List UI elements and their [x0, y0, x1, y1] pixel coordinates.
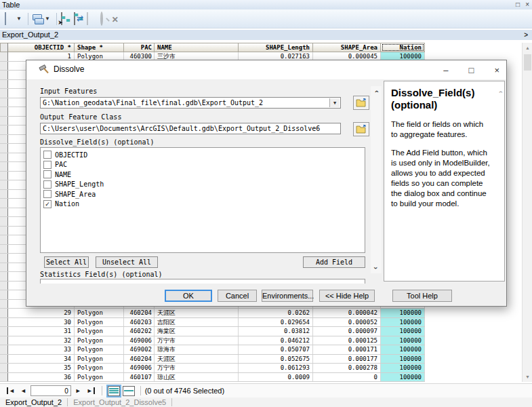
form-scroll-up-icon[interactable]: › — [371, 86, 382, 97]
field-checkbox-item[interactable]: NAME — [43, 170, 365, 180]
related-tables-icon[interactable] — [32, 13, 43, 24]
select-all-button[interactable]: Select All — [44, 256, 89, 268]
cell-shape[interactable]: Polygon — [75, 373, 124, 382]
table-options-icon[interactable] — [3, 13, 15, 24]
hide-help-button[interactable]: << Hide Help — [319, 290, 375, 302]
tab-export-output-2[interactable]: Export_Output_2 — [0, 398, 67, 407]
row-selector[interactable] — [0, 52, 8, 61]
column-header[interactable]: OBJECTID * — [8, 43, 75, 52]
row-selector[interactable] — [0, 227, 8, 235]
cell-nation[interactable]: 100000 — [381, 327, 425, 336]
corner-header-cell[interactable] — [0, 43, 8, 52]
cell-name[interactable]: 琼山区 — [155, 373, 239, 382]
cell-objectid[interactable]: 34 — [8, 355, 75, 364]
cell-shape[interactable]: Polygon — [75, 309, 124, 317]
row-selector[interactable] — [0, 190, 8, 199]
ok-button[interactable]: OK — [165, 290, 212, 302]
row-selector[interactable] — [0, 235, 8, 244]
cell-name[interactable]: 天涯区 — [155, 309, 239, 317]
row-selector[interactable] — [0, 282, 8, 290]
cancel-button[interactable]: Cancel — [218, 290, 257, 302]
scroll-down-icon[interactable]: ▼ — [523, 372, 532, 382]
cell-nation[interactable]: 100000 — [381, 355, 425, 364]
row-selector[interactable] — [0, 208, 8, 217]
row-selector[interactable] — [0, 336, 8, 345]
column-header-selected[interactable]: Nation — [381, 43, 425, 52]
close-window-icon[interactable]: × — [525, 0, 529, 9]
cell-pac[interactable]: 460204 — [124, 309, 155, 317]
row-selector[interactable] — [0, 355, 8, 364]
move-first-button[interactable]: ◄ — [7, 387, 15, 394]
unselect-all-button[interactable]: Unselect All — [96, 256, 158, 268]
row-selector[interactable] — [0, 217, 8, 226]
cell-shape-area[interactable]: 0.000052 — [313, 318, 381, 327]
show-selected-records-button[interactable] — [123, 386, 135, 396]
cell-shape-area[interactable]: 0.000097 — [313, 327, 381, 336]
cell-shape-length[interactable]: 0.052675 — [239, 355, 313, 364]
input-features-combobox[interactable]: G:\Nation_geodata\Final_file\final.gdb\E… — [40, 97, 341, 109]
minimize-icon[interactable]: – — [443, 65, 448, 75]
cell-pac[interactable]: 460202 — [124, 327, 155, 336]
cell-shape-length[interactable]: 0.061293 — [239, 364, 313, 372]
cell-shape-length[interactable]: 0.050707 — [239, 345, 313, 354]
statistics-fields-input[interactable] — [40, 279, 365, 284]
output-feature-class-input[interactable]: C:\Users\user\Documents\ArcGIS\Default.g… — [40, 123, 341, 134]
row-selector[interactable] — [0, 373, 8, 382]
row-selector[interactable] — [0, 162, 8, 171]
cell-name[interactable]: 琼海市 — [155, 345, 239, 354]
cell-nation[interactable]: 100000 — [381, 364, 425, 372]
row-selector[interactable] — [0, 71, 8, 79]
row-selector[interactable] — [0, 144, 8, 153]
cell-objectid[interactable]: 30 — [8, 318, 75, 327]
table-vertical-scrollbar[interactable]: ▲ ▼ — [522, 43, 532, 382]
add-field-button[interactable]: Add Field — [303, 256, 365, 268]
column-header[interactable]: SHAPE_Area — [313, 43, 381, 52]
row-selector[interactable] — [0, 172, 8, 180]
record-number-input[interactable] — [30, 385, 71, 396]
cell-objectid[interactable]: 33 — [8, 345, 75, 354]
cell-nation[interactable]: 100000 — [381, 318, 425, 327]
cell-shape-area[interactable]: 0.000171 — [313, 345, 381, 354]
cell-shape-length[interactable]: 0.03812 — [239, 327, 313, 336]
cell-name[interactable]: 万宁市 — [155, 336, 239, 345]
cell-objectid[interactable]: 36 — [8, 373, 75, 382]
column-header[interactable]: PAC — [124, 43, 155, 52]
cell-shape[interactable]: Polygon — [75, 318, 124, 327]
cell-shape-area[interactable]: 0 — [313, 373, 381, 382]
tool-help-button[interactable]: Tool Help — [392, 290, 452, 302]
row-selector[interactable] — [0, 62, 8, 71]
cell-shape[interactable]: Polygon — [75, 364, 124, 372]
column-header[interactable]: NAME — [155, 43, 239, 52]
cell-name[interactable]: 天涯区 — [155, 355, 239, 364]
cell-shape-length[interactable]: 0.0009 — [239, 373, 313, 382]
cell-objectid[interactable]: 29 — [8, 309, 75, 317]
cell-objectid[interactable]: 35 — [8, 364, 75, 372]
row-selector[interactable] — [0, 199, 8, 208]
select-by-attributes-icon[interactable]: ➤ — [60, 13, 72, 24]
column-header[interactable]: Shape * — [75, 43, 124, 52]
row-selector[interactable] — [0, 272, 8, 281]
environments-button[interactable]: Environments... — [262, 290, 313, 302]
cell-pac[interactable]: 469006 — [124, 336, 155, 345]
row-selector[interactable] — [0, 89, 8, 98]
row-selector[interactable] — [0, 254, 8, 263]
checkbox-icon[interactable]: ✓ — [43, 200, 52, 208]
form-scroll-down-icon[interactable]: › — [371, 263, 382, 273]
cell-shape-area[interactable]: 0.000125 — [313, 336, 381, 345]
row-selector[interactable] — [0, 318, 8, 327]
move-last-button[interactable]: ► — [87, 387, 95, 394]
help-scroll-up-icon[interactable]: › — [497, 91, 504, 93]
row-selector[interactable] — [0, 135, 8, 144]
browse-output-button[interactable] — [353, 122, 369, 136]
related-tables-dropdown-icon[interactable]: ▼ — [45, 16, 50, 22]
row-selector[interactable] — [0, 80, 8, 89]
field-checkbox-item[interactable]: SHAPE_Area — [43, 189, 365, 199]
switch-selection-icon[interactable]: ⇄ — [73, 13, 85, 24]
field-checkbox-item[interactable]: SHAPE_Length — [43, 180, 365, 190]
cell-shape[interactable]: Polygon — [75, 345, 124, 354]
field-checkbox-item[interactable]: ✓ Nation — [43, 199, 365, 210]
row-selector[interactable] — [0, 345, 8, 354]
cell-shape[interactable]: Polygon — [75, 336, 124, 345]
cell-nation[interactable]: 100000 — [381, 336, 425, 345]
scrollbar-thumb[interactable] — [524, 54, 531, 71]
